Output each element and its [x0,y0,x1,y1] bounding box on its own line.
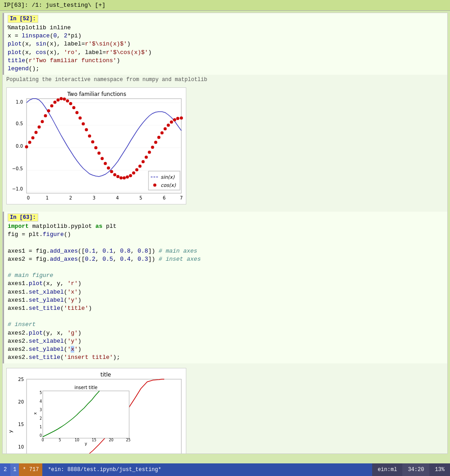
plot2-title: title [100,372,111,378]
svg-text:3: 3 [40,408,42,412]
svg-point-39 [88,135,91,138]
svg-point-72 [153,184,157,187]
svg-point-65 [170,121,173,124]
svg-point-35 [76,111,79,114]
svg-point-25 [44,114,47,118]
cell-63-input: In [63]: import matplotlib.pyplot as plt… [3,212,447,363]
svg-point-57 [145,156,148,159]
svg-point-37 [82,122,85,126]
svg-text:20: 20 [18,399,24,404]
svg-point-62 [161,131,164,135]
svg-point-34 [72,106,76,109]
svg-text:0.5: 0.5 [16,121,23,126]
svg-point-45 [107,167,110,170]
svg-text:x: x [33,412,37,415]
svg-point-23 [38,126,41,129]
svg-text:5: 5 [40,391,42,395]
svg-point-29 [57,99,60,102]
cell-52-prompt: In [52]: [8,15,38,23]
svg-point-67 [176,117,180,120]
svg-text:2: 2 [40,417,42,421]
svg-text:1: 1 [40,425,42,429]
svg-point-43 [101,157,104,160]
svg-point-63 [164,127,167,131]
svg-text:25: 25 [18,377,24,382]
svg-text:25: 25 [126,438,130,442]
svg-text:7: 7 [180,195,183,200]
svg-point-68 [180,117,183,120]
svg-point-48 [117,175,120,178]
status-position: 34:20 [402,463,429,476]
svg-point-38 [85,128,88,131]
svg-point-59 [151,146,154,149]
svg-point-47 [113,173,117,177]
status-num2: 1 [10,463,19,476]
notebook[interactable]: In [52]: %matplotlib inline x = linspace… [2,13,448,454]
svg-point-24 [41,120,44,123]
svg-text:10: 10 [75,438,79,442]
svg-text:−1.0: −1.0 [12,186,23,191]
svg-text:1.0: 1.0 [16,100,23,104]
inset-title: insert title [74,385,97,390]
status-right: ein:ml 34:20 13% [372,463,450,476]
status-mode: ein:ml [372,463,402,476]
titlebar: IP[63]: /1: just_testing\ [+] [0,0,450,11]
svg-point-30 [60,97,63,100]
svg-text:5: 5 [140,195,142,200]
svg-point-27 [50,104,54,108]
svg-text:15: 15 [18,422,24,427]
svg-text:0: 0 [27,195,30,200]
svg-point-33 [69,102,72,105]
svg-point-31 [63,98,66,101]
cell-52-output-text: Populating the interactive namespace fro… [3,76,447,84]
svg-point-22 [35,131,38,134]
svg-point-21 [32,136,35,140]
svg-text:10: 10 [18,444,24,449]
svg-text:0: 0 [41,438,44,442]
svg-text:6: 6 [163,195,166,200]
svg-point-66 [173,118,176,122]
svg-point-56 [142,160,145,163]
svg-text:cos(x): cos(x) [161,182,176,188]
plot1: Two familiar functions 1.0 0.5 0.0 −0.5 … [6,87,186,204]
status-filename: *ein: 8888/test.ipynb/just_testing* [42,463,372,476]
statusbar: 2 1 * 717 *ein: 8888/test.ipynb/just_tes… [0,463,450,476]
svg-text:4: 4 [116,195,119,200]
svg-point-52 [129,174,132,177]
status-modified: * 717 [19,463,42,476]
status-num1: 2 [0,463,10,476]
svg-text:3: 3 [93,195,95,200]
svg-text:1: 1 [46,195,49,200]
plot1-svg: Two familiar functions 1.0 0.5 0.0 −0.5 … [7,88,187,205]
svg-text:0.0: 0.0 [16,144,23,149]
svg-point-46 [110,170,113,173]
svg-point-19 [25,145,28,149]
svg-point-64 [167,124,170,127]
svg-point-50 [123,177,126,180]
svg-text:0: 0 [40,434,42,438]
svg-text:y: y [8,430,14,433]
plot1-title: Two familiar functions [67,91,126,97]
svg-point-58 [148,151,151,154]
svg-point-54 [135,168,139,172]
svg-point-61 [158,136,161,139]
plot2-svg: title y x 25 20 15 10 5 0 0 1 [7,368,187,454]
svg-text:sin(x): sin(x) [161,174,175,180]
svg-point-36 [79,117,82,120]
svg-rect-89 [43,391,129,438]
svg-point-28 [54,101,57,104]
svg-point-51 [126,176,129,179]
plot2: title y x 25 20 15 10 5 0 0 1 [6,368,186,454]
titlebar-text: IP[63]: /1: just_testing\ [+] [4,2,105,9]
plot1-container: Two familiar functions 1.0 0.5 0.0 −0.5 … [3,84,447,208]
cell-52-code[interactable]: %matplotlib inline x = linspace(0, 2*pi)… [8,24,444,73]
svg-text:5: 5 [58,438,61,442]
svg-point-53 [132,172,135,175]
svg-point-42 [98,152,101,155]
svg-text:4: 4 [40,399,42,403]
svg-point-26 [47,109,50,113]
cell-63-code[interactable]: import matplotlib.pyplot as plt fig = pl… [8,222,444,362]
svg-point-40 [91,141,94,144]
svg-point-32 [66,100,69,103]
status-percent: 13% [429,463,450,476]
